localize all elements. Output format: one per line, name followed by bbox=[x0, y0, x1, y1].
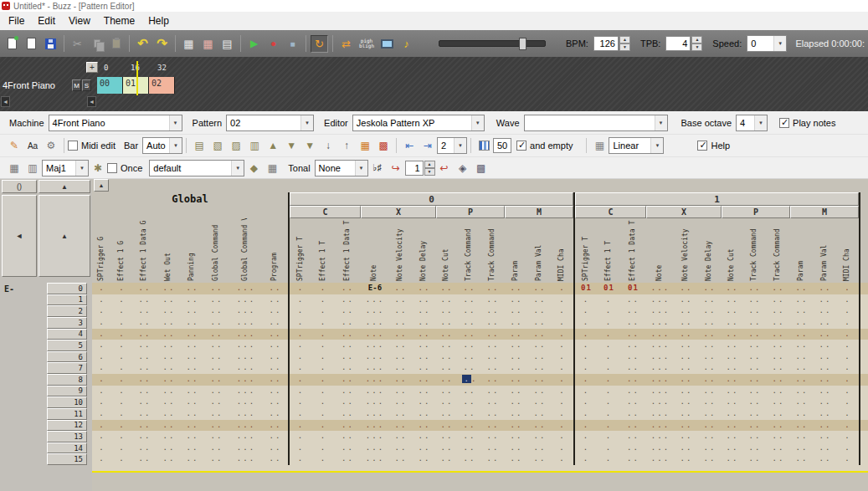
master-volume-slider[interactable] bbox=[439, 40, 546, 47]
pattern-cell[interactable]: ... bbox=[646, 362, 675, 374]
pattern-cell[interactable]: .. bbox=[335, 362, 361, 374]
pattern-cell[interactable]: . bbox=[598, 408, 620, 420]
pattern-cell[interactable]: .. bbox=[413, 305, 436, 317]
pattern-cell[interactable]: . bbox=[112, 294, 132, 306]
pattern-cell[interactable]: . bbox=[92, 351, 112, 363]
pattern-cell[interactable]: .. bbox=[814, 329, 837, 340]
pattern-row[interactable]: ........................................… bbox=[92, 442, 868, 454]
pattern-cell[interactable]: . bbox=[92, 283, 112, 294]
pattern-cell[interactable]: .. bbox=[389, 396, 413, 408]
pattern-cell[interactable]: ... bbox=[646, 420, 675, 432]
pattern-cell[interactable]: . bbox=[92, 442, 112, 454]
pattern-cell[interactable]: .. bbox=[436, 362, 458, 374]
solo-button[interactable]: S bbox=[82, 79, 91, 91]
row-number[interactable]: 13 bbox=[47, 431, 87, 442]
pattern-cell[interactable]: .. bbox=[389, 453, 413, 465]
help-checkbox[interactable] bbox=[697, 141, 707, 151]
pattern-cell[interactable]: .. bbox=[767, 396, 790, 408]
pattern-cell[interactable]: . bbox=[837, 351, 859, 363]
pattern-cell[interactable]: .. bbox=[790, 408, 814, 420]
preset-select[interactable]: default ▼ bbox=[149, 160, 244, 176]
pattern-cell[interactable]: . bbox=[575, 305, 598, 317]
tonal-select[interactable]: None ▼ bbox=[315, 160, 368, 176]
pattern-cell[interactable]: . bbox=[837, 420, 859, 432]
pattern-cell[interactable]: . bbox=[290, 386, 312, 397]
pattern-cell[interactable]: .. bbox=[181, 317, 204, 329]
pattern-cell[interactable]: .. bbox=[132, 408, 157, 420]
menu-edit[interactable]: Edit bbox=[31, 12, 62, 30]
pattern-cell[interactable]: .. bbox=[132, 386, 157, 397]
pattern-cell[interactable]: .. bbox=[157, 386, 181, 397]
slider-thumb[interactable] bbox=[519, 38, 526, 50]
pattern-cell[interactable]: .. bbox=[458, 340, 481, 351]
scroll-left-button-2[interactable]: ◄ bbox=[87, 96, 96, 107]
pattern-cell[interactable]: .. bbox=[335, 317, 361, 329]
pattern-cell[interactable]: ... bbox=[646, 305, 675, 317]
undo-button[interactable]: ↶ bbox=[134, 35, 152, 53]
pattern-cell[interactable]: .. bbox=[790, 305, 814, 317]
sort-ascending-icon[interactable]: ↑ bbox=[338, 137, 355, 154]
pattern-cell[interactable]: .. bbox=[132, 420, 157, 432]
pattern-cell[interactable]: . bbox=[837, 329, 859, 340]
speed-select[interactable]: 0 ▼ bbox=[747, 35, 787, 52]
pattern-cell[interactable]: . bbox=[92, 317, 112, 329]
pattern-cell[interactable]: .. bbox=[413, 283, 436, 294]
pattern-cell[interactable]: .. bbox=[263, 453, 288, 465]
pattern-cell[interactable]: .. bbox=[181, 420, 204, 432]
pattern-cell[interactable]: .. bbox=[335, 386, 361, 397]
base-octave-select[interactable]: 4 ▼ bbox=[736, 115, 768, 131]
pattern-cell[interactable]: . bbox=[837, 453, 859, 465]
pattern-cell[interactable]: . bbox=[290, 351, 312, 363]
pattern-cell[interactable]: .. bbox=[132, 317, 157, 329]
pattern-cell[interactable]: .. bbox=[181, 329, 204, 340]
row-number[interactable]: 8 bbox=[47, 374, 87, 386]
pattern-cell[interactable]: .. bbox=[790, 340, 814, 351]
pattern-cell[interactable]: . bbox=[112, 340, 132, 351]
pattern-cell[interactable]: .. bbox=[814, 317, 837, 329]
pattern-cell[interactable]: . bbox=[92, 374, 112, 386]
pattern-cell[interactable]: ... bbox=[229, 453, 263, 465]
record-button[interactable]: ● bbox=[265, 35, 282, 53]
pattern-cell[interactable]: .. bbox=[675, 305, 698, 317]
pattern-cell[interactable]: .. bbox=[436, 442, 458, 454]
once-checkbox[interactable] bbox=[107, 163, 117, 173]
pattern-cell[interactable]: .. bbox=[620, 362, 646, 374]
pattern-cell[interactable]: .. bbox=[413, 329, 436, 340]
row-number[interactable]: 4 bbox=[47, 329, 87, 340]
pattern-cell[interactable]: . bbox=[290, 431, 312, 442]
pattern-cell[interactable]: .. bbox=[458, 317, 481, 329]
pattern-cell[interactable]: ... bbox=[361, 453, 389, 465]
pattern-cell[interactable]: .. bbox=[767, 283, 790, 294]
pattern-cell[interactable]: .. bbox=[675, 362, 698, 374]
pattern-cell[interactable]: .. bbox=[181, 374, 204, 386]
pattern-cell[interactable]: .. bbox=[389, 305, 413, 317]
pattern-cell[interactable]: .. bbox=[505, 329, 528, 340]
pattern-cell[interactable]: .. bbox=[698, 420, 722, 432]
pattern-cell[interactable]: .. bbox=[157, 305, 181, 317]
pattern-grid[interactable]: ▲ Global01 CXPMCXPM SPTrigger GEffect 1 … bbox=[92, 179, 868, 491]
pattern-cell[interactable]: .. bbox=[505, 340, 528, 351]
row-number[interactable]: 14 bbox=[47, 442, 87, 454]
pattern-cell[interactable]: . bbox=[552, 431, 573, 442]
stop-button[interactable]: ■ bbox=[284, 35, 301, 53]
pattern-cell[interactable]: .. bbox=[722, 351, 743, 363]
pattern-cell[interactable]: .. bbox=[675, 396, 698, 408]
pattern-cell[interactable]: . bbox=[312, 442, 335, 454]
pattern-cell[interactable]: .. bbox=[743, 294, 767, 306]
tpb-value[interactable]: 4 bbox=[665, 36, 691, 51]
pattern-cell[interactable]: ... bbox=[361, 396, 389, 408]
pattern-cell[interactable]: . bbox=[312, 386, 335, 397]
menu-theme[interactable]: Theme bbox=[97, 12, 141, 30]
pattern-cell[interactable]: . bbox=[575, 294, 598, 306]
pattern-cell[interactable]: ... bbox=[361, 386, 389, 397]
track-name[interactable]: 4Front Piano bbox=[0, 80, 72, 90]
row-number[interactable]: 2 bbox=[47, 305, 87, 317]
pattern-cell[interactable]: .. bbox=[413, 374, 436, 386]
pattern-cell[interactable]: ... bbox=[229, 396, 263, 408]
pattern-cell[interactable]: .. bbox=[436, 431, 458, 442]
pattern-cell[interactable]: .. bbox=[790, 294, 814, 306]
pattern-cell[interactable]: . bbox=[575, 340, 598, 351]
count-spin-arrows[interactable]: ▲▼ bbox=[424, 161, 435, 176]
pattern-cell[interactable]: .. bbox=[263, 431, 288, 442]
pattern-cell[interactable]: 01 bbox=[598, 283, 620, 294]
